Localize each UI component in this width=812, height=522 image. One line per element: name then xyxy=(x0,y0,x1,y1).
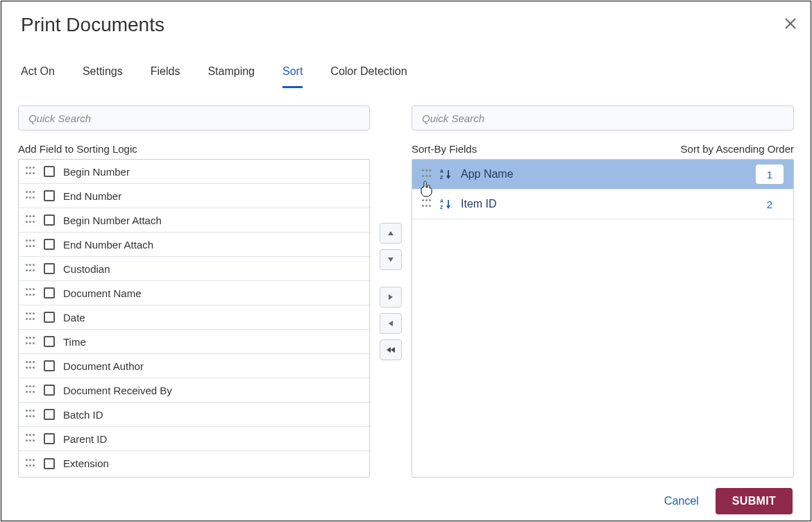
left-panel: Add Field to Sorting Logic Begin NumberE… xyxy=(18,106,370,478)
field-label: Document Received By xyxy=(63,385,172,396)
triangle-down-icon xyxy=(387,256,394,263)
right-panel-headings: Sort-By Fields Sort by Ascending Order xyxy=(412,143,794,155)
triangle-right-icon xyxy=(387,294,394,301)
field-label: Date xyxy=(63,312,85,323)
drag-handle-icon[interactable] xyxy=(26,288,35,298)
drag-handle-icon[interactable] xyxy=(26,264,35,273)
close-icon xyxy=(784,17,797,30)
modal-header: Print Documents xyxy=(1,1,811,43)
svg-text:A: A xyxy=(440,199,443,203)
field-checkbox[interactable] xyxy=(44,458,55,469)
sort-row[interactable]: AZApp Name1 xyxy=(412,160,793,190)
svg-marker-15 xyxy=(446,205,450,209)
modal-title: Print Documents xyxy=(21,14,791,36)
tab-fields[interactable]: Fields xyxy=(151,62,180,88)
tab-stamping[interactable]: Stamping xyxy=(208,62,255,88)
sort-by-fields-heading: Sort-By Fields xyxy=(412,143,477,155)
field-label: Parent ID xyxy=(63,433,107,445)
list-item[interactable]: Parent ID xyxy=(19,427,369,451)
drag-handle-icon[interactable] xyxy=(26,167,35,176)
field-checkbox[interactable] xyxy=(44,263,55,274)
drag-handle-icon[interactable] xyxy=(26,239,35,249)
drag-handle-icon[interactable] xyxy=(26,361,35,371)
drag-handle-icon[interactable] xyxy=(26,385,35,395)
field-checkbox[interactable] xyxy=(44,239,55,250)
field-label: Extension xyxy=(63,457,109,469)
field-checkbox[interactable] xyxy=(44,190,55,201)
svg-text:Z: Z xyxy=(440,205,443,210)
tab-act-on[interactable]: Act On xyxy=(21,62,55,88)
drag-handle-icon[interactable] xyxy=(26,312,35,322)
drag-handle-icon[interactable] xyxy=(26,434,35,444)
print-documents-modal: Print Documents Act OnSettingsFieldsStam… xyxy=(1,1,811,521)
sort-ascending-heading: Sort by Ascending Order xyxy=(681,143,794,155)
field-checkbox[interactable] xyxy=(44,287,55,298)
drag-handle-icon[interactable] xyxy=(422,199,432,209)
field-checkbox[interactable] xyxy=(44,385,55,396)
move-all-left-button[interactable] xyxy=(380,339,402,360)
list-item[interactable]: Custodian xyxy=(19,257,369,281)
available-fields-list[interactable]: Begin NumberEnd NumberBegin Number Attac… xyxy=(18,159,370,478)
sort-az-icon[interactable]: AZ xyxy=(440,198,452,210)
left-panel-heading: Add Field to Sorting Logic xyxy=(18,143,370,155)
field-label: Batch ID xyxy=(63,409,103,421)
move-down-button[interactable] xyxy=(380,249,402,270)
list-item[interactable]: Document Author xyxy=(19,354,369,378)
field-checkbox[interactable] xyxy=(44,214,55,226)
move-up-button[interactable] xyxy=(380,223,402,244)
list-item[interactable]: Batch ID xyxy=(19,403,369,427)
field-checkbox[interactable] xyxy=(44,312,55,323)
sort-by-fields-list[interactable]: AZApp Name1AZItem ID2 xyxy=(412,159,794,478)
field-checkbox[interactable] xyxy=(44,336,55,347)
field-label: Begin Number Attach xyxy=(63,214,162,226)
drag-handle-icon[interactable] xyxy=(422,169,432,179)
list-item[interactable]: Extension xyxy=(19,451,369,475)
cancel-button[interactable]: Cancel xyxy=(664,495,699,507)
field-label: End Number Attach xyxy=(63,239,153,251)
drag-handle-icon[interactable] xyxy=(26,215,35,225)
field-checkbox[interactable] xyxy=(44,166,55,177)
sort-order-value[interactable]: 2 xyxy=(756,194,784,214)
mover-buttons xyxy=(375,106,406,478)
svg-text:A: A xyxy=(440,169,443,174)
move-left-button[interactable] xyxy=(380,313,402,334)
close-button[interactable] xyxy=(784,17,797,33)
sort-row[interactable]: AZItem ID2 xyxy=(412,190,793,219)
list-item[interactable]: Date xyxy=(19,305,369,330)
submit-button[interactable]: SUBMIT xyxy=(716,488,793,514)
field-checkbox[interactable] xyxy=(44,409,55,420)
list-item[interactable]: Document Name xyxy=(19,281,369,305)
field-checkbox[interactable] xyxy=(44,360,55,371)
sort-order-value[interactable]: 1 xyxy=(756,165,784,184)
drag-handle-icon[interactable] xyxy=(26,459,35,469)
field-label: Begin Number xyxy=(63,166,130,178)
tab-settings[interactable]: Settings xyxy=(83,62,123,88)
drag-handle-icon[interactable] xyxy=(26,337,35,346)
drag-handle-icon[interactable] xyxy=(26,410,35,419)
modal-footer: Cancel SUBMIT xyxy=(1,482,811,521)
field-label: Document Author xyxy=(63,360,144,372)
triangle-left-icon xyxy=(387,320,394,327)
drag-handle-icon[interactable] xyxy=(26,191,35,201)
right-search-input[interactable] xyxy=(412,106,794,130)
move-right-button[interactable] xyxy=(380,287,402,308)
list-item[interactable]: Begin Number xyxy=(19,160,369,184)
field-checkbox[interactable] xyxy=(44,433,55,444)
svg-marker-6 xyxy=(387,347,391,353)
sort-az-icon[interactable]: AZ xyxy=(440,168,452,180)
left-search-input[interactable] xyxy=(18,106,370,130)
list-item[interactable]: End Number Attach xyxy=(19,233,369,257)
field-label: Time xyxy=(63,336,86,348)
triangle-up-icon xyxy=(387,230,394,237)
sort-field-label: App Name xyxy=(461,168,747,180)
tab-sort[interactable]: Sort xyxy=(282,62,303,88)
list-item[interactable]: End Number xyxy=(19,184,369,208)
svg-marker-3 xyxy=(388,258,394,262)
svg-marker-11 xyxy=(446,176,450,179)
svg-marker-2 xyxy=(388,231,394,235)
list-item[interactable]: Document Received By xyxy=(19,378,369,403)
modal-body: Add Field to Sorting Logic Begin NumberE… xyxy=(1,89,811,478)
tab-color-detection[interactable]: Color Detection xyxy=(330,62,407,88)
list-item[interactable]: Time xyxy=(19,330,369,354)
list-item[interactable]: Begin Number Attach xyxy=(19,208,369,233)
